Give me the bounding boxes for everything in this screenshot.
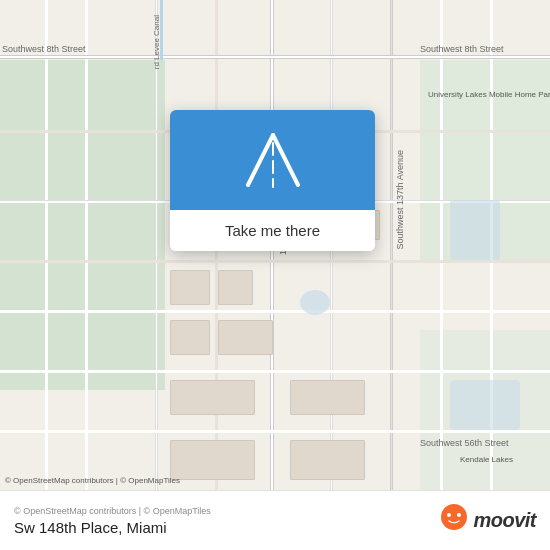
road-label-sw56th: Southwest 56th Street bbox=[420, 438, 509, 448]
block-7 bbox=[170, 380, 255, 415]
road-label-sw8th-right: Southwest 8th Street bbox=[420, 44, 504, 54]
svg-point-7 bbox=[457, 513, 461, 517]
moovit-logo-text: moovit bbox=[473, 509, 536, 532]
green-park-left bbox=[0, 60, 165, 390]
block-5 bbox=[170, 320, 210, 355]
road-horizontal-3 bbox=[0, 260, 550, 263]
attribution-text: © OpenStreetMap contributors | © OpenMap… bbox=[14, 506, 211, 516]
road-horizontal-1 bbox=[0, 55, 550, 59]
moovit-pin-icon bbox=[439, 502, 469, 540]
road-vertical-4 bbox=[390, 0, 393, 490]
svg-point-6 bbox=[447, 513, 451, 517]
water-pond-1 bbox=[300, 290, 330, 315]
road-vertical-1 bbox=[155, 0, 158, 490]
university-label: University Lakes Mobile Home Park bbox=[428, 90, 518, 99]
moovit-logo[interactable]: moovit bbox=[439, 502, 536, 540]
map-container[interactable]: Southwest 8th Street Southwest 8th Stree… bbox=[0, 0, 550, 490]
block-6 bbox=[218, 320, 273, 355]
svg-line-1 bbox=[273, 135, 298, 185]
block-9 bbox=[290, 380, 365, 415]
water-top-right bbox=[450, 200, 500, 260]
road-horizontal-4 bbox=[0, 310, 550, 313]
road-horizontal-6 bbox=[0, 430, 550, 433]
road-horizontal-5 bbox=[0, 370, 550, 373]
block-10 bbox=[290, 440, 365, 480]
card-icon-area bbox=[170, 110, 375, 210]
location-name-text: Sw 148th Place, Miami bbox=[14, 519, 211, 536]
road-directions-icon bbox=[238, 125, 308, 195]
svg-line-0 bbox=[248, 135, 273, 185]
road-vertical-8 bbox=[45, 0, 48, 490]
block-3 bbox=[170, 270, 210, 305]
water-bottom-right bbox=[450, 380, 520, 430]
road-label-sw8th-left: Southwest 8th Street bbox=[2, 44, 86, 54]
bottom-bar: © OpenStreetMap contributors | © OpenMap… bbox=[0, 490, 550, 550]
map-attribution-overlay: © OpenStreetMap contributors | © OpenMap… bbox=[5, 476, 180, 485]
block-4 bbox=[218, 270, 253, 305]
kendale-label: Kendale Lakes bbox=[460, 455, 513, 464]
block-8 bbox=[170, 440, 255, 480]
road-label-sw137th: Southwest 137th Avenue bbox=[395, 150, 405, 249]
road-vertical-5 bbox=[440, 0, 443, 490]
road-label-levee: rd Levee Canal bbox=[152, 15, 161, 69]
navigation-card: Take me there bbox=[170, 110, 375, 251]
road-vertical-7 bbox=[85, 0, 88, 490]
bottom-left-info: © OpenStreetMap contributors | © OpenMap… bbox=[14, 506, 211, 536]
take-me-there-button[interactable]: Take me there bbox=[170, 210, 375, 251]
